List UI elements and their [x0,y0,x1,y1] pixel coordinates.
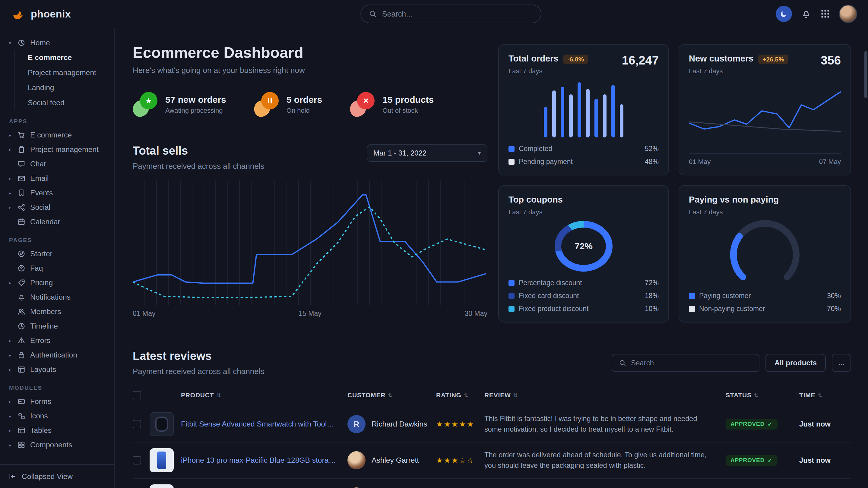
row-checkbox[interactable] [133,420,141,428]
sidebar-item-calendar[interactable]: Calendar [7,215,109,229]
time-cell: Just now [799,420,851,428]
sidebar-item-icons[interactable]: ▸ Icons [7,409,109,423]
date-range-select[interactable]: Mar 1 - 31, 2022 ▾ [367,144,487,162]
user-avatar[interactable] [839,5,857,23]
theme-toggle-button[interactable] [776,6,792,22]
sort-icon: ⇅ [754,392,759,398]
check-icon: ✓ [768,457,773,464]
paying-vs-non-paying-card: Paying vs non paying Last 7 days Paying … [679,185,851,323]
customer-cell: Ashley Garrett [347,451,436,469]
collapse-arrow-icon [8,473,16,481]
sidebar-item-pricing[interactable]: ▸ Pricing [7,275,109,290]
more-options-button[interactable]: ... [832,354,851,372]
sidebar-item-components[interactable]: ▸ Components [7,438,109,452]
moon-icon [780,10,788,18]
sidebar-item-home[interactable]: ▾ Home [7,36,109,50]
total-sells-title: Total sells [133,144,264,157]
collapse-sidebar-button[interactable]: Collapsed View [0,464,114,488]
sidebar-item-landing[interactable]: Landing [14,80,109,95]
product-link[interactable]: Fitbit Sense Advanced Smartwatch with To… [181,420,347,428]
sidebar-item-social-feed[interactable]: Social feed [14,95,109,110]
sidebar-item-forms[interactable]: ▸ Forms [7,394,109,409]
reviews-search-input[interactable] [631,359,752,367]
main-content: Ecommerce Dashboard Here's what's going … [115,28,868,488]
envelope-icon [17,174,26,183]
search-icon [369,10,377,18]
table-icon [17,426,26,435]
search-input[interactable] [382,10,533,19]
col-status[interactable]: STATUS⇅ [726,392,799,399]
status-badge: APPROVED✓ [726,419,777,429]
question-circle-icon [17,264,26,273]
product-link[interactable]: iPhone 13 pro max-Pacific Blue-128GB sto… [181,456,347,464]
sidebar-item-errors[interactable]: ▸ Errors [7,333,109,348]
warning-triangle-icon [17,336,26,345]
total-sells-line-chart [133,181,487,305]
col-time[interactable]: TIME⇅ [799,392,851,399]
total-sells-x-axis: 01 May 15 May 30 May [133,310,487,318]
chevron-right-icon: ▸ [7,132,13,138]
legend-fixed-product-discount: Fixed product discount 10% [508,305,659,313]
latest-reviews-section: Latest reviews Payment received across a… [115,336,868,488]
status-badge: APPROVED✓ [726,455,777,466]
table-row: iPhone 13 pro max-Pacific Blue-128GB sto… [133,443,851,479]
form-input-icon [17,397,26,406]
calendar-icon [17,217,26,226]
total-orders-value: 16,247 [622,54,659,67]
select-all-checkbox[interactable] [133,391,141,399]
latest-reviews-subtitle: Payment received across all channels [133,367,264,376]
sidebar-item-ecommerce-app[interactable]: ▸ E commerce [7,128,109,142]
sidebar-item-faq[interactable]: Faq [7,261,109,275]
product-image-smartwatch [150,412,174,436]
apps-grid-button[interactable] [820,9,830,19]
change-badge: -6.8% [563,55,588,64]
compass-icon [17,249,26,258]
all-products-button[interactable]: All products [766,354,826,372]
avatar: R [347,415,366,433]
col-review[interactable]: REVIEW⇅ [484,392,726,399]
sort-icon: ⇅ [216,392,221,398]
chevron-right-icon: ▸ [7,147,13,153]
stat-new-orders: ★ 57 new orders Awating processing [133,92,226,117]
brand-logo[interactable]: phoenix [11,6,71,22]
sidebar-item-notifications[interactable]: Notifications [7,290,109,304]
layout-icon [17,365,26,374]
notifications-bell-button[interactable] [801,9,811,19]
change-badge: +26.5% [758,55,788,64]
time-cell: Just now [799,456,851,464]
sidebar-item-members[interactable]: Members [7,304,109,319]
section-label-pages: PAGES [7,237,109,243]
sidebar-item-timeline[interactable]: Timeline [7,319,109,333]
col-customer[interactable]: CUSTOMER⇅ [347,392,436,399]
review-text: The order was delivered ahead of schedul… [484,450,726,471]
review-text: This Fitbit is fantastic! I was trying t… [484,414,726,435]
sidebar-item-project-management-dashboard[interactable]: Project management [14,65,109,80]
total-sells-subtitle: Payment received across all channels [133,162,264,171]
reviews-search[interactable] [612,354,760,372]
chevron-right-icon: ▸ [7,428,13,433]
sidebar-item-chat[interactable]: Chat [7,157,109,171]
sidebar-item-tables[interactable]: ▸ Tables [7,423,109,438]
sidebar-item-project-management-app[interactable]: ▸ Project management [7,142,109,157]
col-rating[interactable]: RATING⇅ [436,392,484,399]
chevron-right-icon: ▸ [7,190,13,196]
share-icon [17,203,26,212]
page-scrollbar[interactable] [864,51,867,98]
col-product[interactable]: PRODUCT⇅ [181,392,347,399]
sidebar-item-ecommerce-dashboard[interactable]: E commerce [14,50,109,65]
sidebar-item-layouts[interactable]: ▸ Layouts [7,362,109,377]
sidebar-item-events[interactable]: ▸ Events [7,186,109,200]
donut-center-value: 72% [555,221,613,271]
sidebar-item-social[interactable]: ▸ Social [7,200,109,215]
sidebar-item-starter[interactable]: Starter [7,247,109,261]
home-subtree: E commerce Project management Landing So… [14,50,109,110]
global-search[interactable] [361,4,541,23]
check-icon: ✓ [768,421,773,428]
sidebar-item-authentication[interactable]: ▸ Authentication [7,348,109,362]
row-checkbox[interactable] [133,456,141,464]
chevron-right-icon: ▸ [7,367,13,372]
pie-chart-icon [17,38,26,47]
tag-icon [17,278,26,287]
reviews-table: PRODUCT⇅ CUSTOMER⇅ RATING⇅ REVIEW⇅ STATU… [133,385,851,488]
sidebar-item-email[interactable]: ▸ Email [7,171,109,186]
